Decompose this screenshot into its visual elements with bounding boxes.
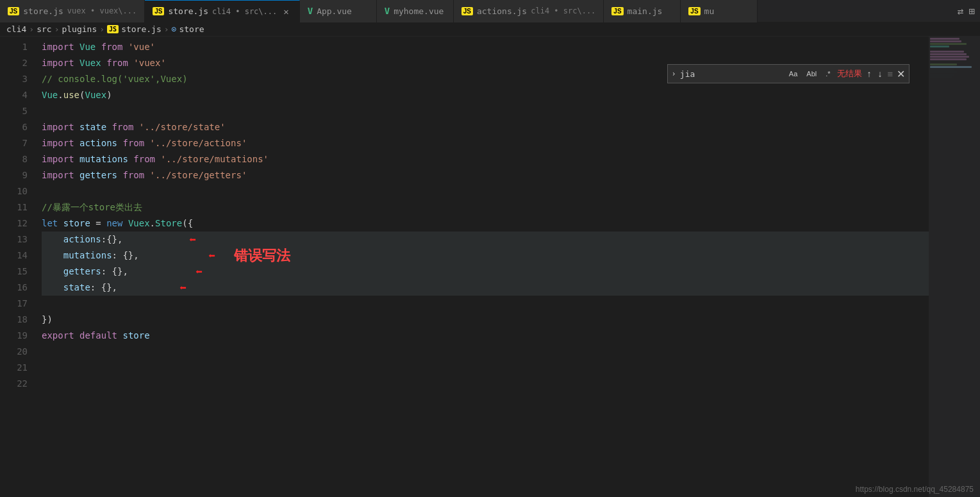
code-line-12: let store = new Vuex.Store({ bbox=[42, 215, 929, 232]
tab-app-vue[interactable]: V App.vue bbox=[300, 0, 377, 22]
regex-button[interactable]: .* bbox=[823, 69, 833, 79]
minimap[interactable] bbox=[929, 37, 980, 497]
tab-label: main.js bbox=[627, 6, 663, 16]
match-case-button[interactable]: Aa bbox=[786, 69, 800, 79]
code-line-15: getters: {}, ⬅ bbox=[42, 264, 929, 280]
arrow-annotation-16: ⬅ bbox=[179, 280, 187, 296]
vue-icon: V bbox=[308, 6, 313, 16]
tab-label: myhome.vue bbox=[394, 6, 444, 16]
branch-icon[interactable]: ⇄ bbox=[958, 5, 964, 17]
arrow-annotation-14: ⬅ bbox=[208, 248, 215, 264]
js-icon: JS bbox=[461, 7, 473, 15]
tab-bar: JS store.js vuex • vuex\... JS store.js … bbox=[0, 0, 980, 22]
tab-actions-area: ⇄ ⊞ bbox=[958, 5, 980, 17]
code-line-22 bbox=[42, 376, 929, 392]
code-line-9: import getters from '../store/getters' bbox=[42, 167, 929, 183]
tab-label: store.js bbox=[168, 6, 208, 16]
close-search-button[interactable]: ✕ bbox=[897, 68, 905, 80]
code-line-21 bbox=[42, 360, 929, 376]
code-line-14: mutations: {}, ⬅ 错误写法 bbox=[42, 248, 929, 264]
tab-label: actions.js bbox=[477, 6, 527, 16]
tab-sublabel: cli4 • src\... bbox=[531, 6, 595, 15]
tab-main-js[interactable]: JS main.js bbox=[604, 0, 681, 22]
js-icon: JS bbox=[8, 7, 19, 15]
search-input[interactable] bbox=[680, 69, 783, 79]
split-editor-icon[interactable]: ⊞ bbox=[968, 5, 975, 17]
minimap-content bbox=[929, 37, 980, 80]
tab-store-vuex[interactable]: JS store.js vuex • vuex\... bbox=[0, 0, 145, 22]
code-line-18: }) bbox=[42, 312, 929, 328]
breadcrumb: cli4 › src › plugins › JS store.js › ⊙ s… bbox=[0, 22, 980, 37]
code-line-19: export default store bbox=[42, 328, 929, 344]
tab-sublabel: cli4 • src\... bbox=[212, 7, 277, 16]
tab-label: App.vue bbox=[317, 6, 352, 16]
code-content[interactable]: import Vue from 'vue' import Vuex from '… bbox=[35, 37, 929, 497]
line-numbers: 1 2 3 4 5 6 7 8 9 10 11 12 13 14 15 16 1… bbox=[0, 37, 35, 497]
tab-store-cli4[interactable]: JS store.js cli4 • src\... ✕ bbox=[145, 0, 299, 22]
code-line-17 bbox=[42, 296, 929, 312]
code-line-1: import Vue from 'vue' bbox=[42, 39, 929, 55]
breadcrumb-cli4[interactable]: cli4 bbox=[6, 24, 26, 34]
tab-label: mu bbox=[704, 6, 715, 16]
no-result-label: 无结果 bbox=[837, 68, 862, 80]
wrong-annotation-text: 错误写法 bbox=[234, 248, 290, 264]
js-icon: JS bbox=[611, 7, 623, 15]
whole-word-button[interactable]: Abl bbox=[804, 69, 819, 79]
code-line-5 bbox=[42, 103, 929, 119]
js-icon: JS bbox=[153, 7, 164, 15]
breadcrumb-src[interactable]: src bbox=[37, 24, 51, 34]
breadcrumb-storejs[interactable]: store.js bbox=[121, 24, 162, 34]
tab-mu-js[interactable]: JS mu bbox=[681, 0, 758, 22]
editor-area: 1 2 3 4 5 6 7 8 9 10 11 12 13 14 15 16 1… bbox=[0, 37, 980, 497]
code-line-4: Vue.use(Vuex) bbox=[42, 87, 929, 103]
code-line-20 bbox=[42, 344, 929, 360]
breadcrumb-plugins[interactable]: plugins bbox=[62, 24, 97, 34]
breadcrumb-store[interactable]: store bbox=[179, 24, 204, 34]
code-line-13: actions:{}, ⬅ bbox=[42, 232, 929, 248]
js-icon: JS bbox=[688, 7, 700, 15]
vue-icon: V bbox=[385, 6, 390, 16]
code-line-7: import actions from '../store/actions' bbox=[42, 135, 929, 151]
tab-sublabel: vuex • vuex\... bbox=[67, 6, 137, 15]
tab-myhome-vue[interactable]: V myhome.vue bbox=[377, 0, 454, 22]
breadcrumb-js-icon: JS bbox=[107, 25, 119, 33]
next-match-button[interactable]: ↓ bbox=[877, 67, 884, 80]
arrow-annotation-15: ⬅ bbox=[195, 264, 203, 280]
tab-actions-js[interactable]: JS actions.js cli4 • src\... bbox=[454, 0, 604, 22]
search-bar: › Aa Abl .* 无结果 ↑ ↓ ≡ ✕ bbox=[667, 64, 909, 83]
code-line-8: import mutations from '../store/mutation… bbox=[42, 151, 929, 167]
prev-match-button[interactable]: ↑ bbox=[866, 67, 873, 80]
watermark: https://blog.csdn.net/qq_45284875 bbox=[856, 485, 974, 494]
tab-label: store.js bbox=[23, 6, 63, 16]
code-line-6: import state from '../store/state' bbox=[42, 119, 929, 135]
close-icon[interactable]: ✕ bbox=[281, 5, 291, 18]
code-line-11: //暴露一个store类出去 bbox=[42, 199, 929, 215]
arrow-annotation-13: ⬅ bbox=[189, 232, 196, 248]
breadcrumb-store-symbol[interactable]: ⊙ bbox=[172, 24, 177, 34]
code-line-10 bbox=[42, 183, 929, 199]
search-expand-icon[interactable]: › bbox=[672, 69, 676, 78]
code-line-16: state: {}, ⬅ bbox=[42, 280, 929, 296]
